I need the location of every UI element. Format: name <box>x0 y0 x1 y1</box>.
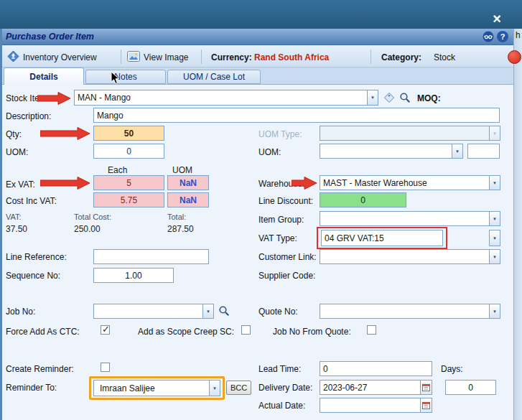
vat-value: 37.50 <box>6 224 27 234</box>
chevron-down-icon <box>367 90 378 105</box>
create-reminder-checkbox[interactable] <box>101 363 110 372</box>
reminder-to-select[interactable]: Imraan Salijee <box>93 380 220 396</box>
uom-right-select[interactable] <box>320 144 463 159</box>
tag-icon[interactable] <box>383 92 395 106</box>
uom-right-label: UOM: <box>258 147 281 157</box>
actual-date-field[interactable] <box>320 398 421 413</box>
vat-type-label: VAT Type: <box>258 233 297 243</box>
chevron-down-icon <box>209 381 220 396</box>
annotation-arrow-ex-vat <box>40 177 90 192</box>
delivery-date-label: Delivery Date: <box>258 383 312 393</box>
stock-item-select[interactable]: MAN - Mango <box>74 90 378 106</box>
red-badge <box>508 50 521 64</box>
chevron-down-icon <box>202 304 213 318</box>
days-label: Days: <box>441 364 463 374</box>
calendar-icon[interactable] <box>420 398 432 413</box>
quote-no-select[interactable] <box>320 304 500 319</box>
window-top-bar <box>0 0 522 29</box>
delivery-date-field[interactable]: 2023-06-27 <box>320 380 421 395</box>
chevron-down-icon <box>489 126 500 140</box>
dialog-left-border <box>0 29 2 420</box>
sequence-no-field[interactable]: 1.00 <box>93 268 174 283</box>
tab-notes[interactable]: Notes <box>85 70 166 84</box>
background-window-edge <box>513 29 522 420</box>
warehouse-label: Warehouse: <box>258 179 304 189</box>
job-no-from-quote-label: Job No From Quote: <box>273 327 351 337</box>
search-icon[interactable] <box>218 305 230 319</box>
currency-value: Rand South Africa <box>254 52 329 62</box>
line-discount-field[interactable]: 0 <box>320 192 406 207</box>
qty-field[interactable]: 50 <box>93 126 164 141</box>
search-icon[interactable] <box>399 92 411 106</box>
item-group-label: Item Group: <box>258 215 304 225</box>
chevron-down-icon <box>452 144 462 158</box>
uom-left-field[interactable]: 0 <box>93 144 164 159</box>
warehouse-value: MAST - Master Warehouse <box>323 178 427 188</box>
chevron-down-icon <box>489 304 500 318</box>
uom-small-field[interactable] <box>467 144 500 159</box>
stock-item-label: Stock Item: <box>6 93 49 103</box>
each-column-header: Each <box>108 165 127 175</box>
annotation-arrow-qty <box>40 127 90 143</box>
reminder-to-value: Imraan Salijee <box>100 383 155 393</box>
uom-column-header: UOM <box>172 165 192 175</box>
uom-type-select <box>320 126 500 141</box>
total-value: 287.50 <box>167 224 194 234</box>
inventory-overview-label: Inventory Overview <box>23 52 97 62</box>
help-button[interactable]: ? <box>497 31 508 42</box>
description-field[interactable]: Mango <box>93 108 500 123</box>
mouse-cursor <box>111 71 121 88</box>
lead-time-field[interactable]: 0 <box>320 361 432 376</box>
vat-type-field[interactable]: 04 GRV VAT:15 <box>321 230 443 246</box>
cost-inc-vat-each-field[interactable]: 5.75 <box>93 192 164 207</box>
vat-label: VAT: <box>6 212 22 222</box>
tab-uom-case-lot-label: UOM / Case Lot <box>183 72 245 82</box>
category-value: Stock <box>434 52 455 62</box>
image-icon <box>127 51 140 65</box>
tab-uom-case-lot[interactable]: UOM / Case Lot <box>167 70 261 84</box>
line-discount-label: Line Discount: <box>258 196 313 206</box>
line-reference-field[interactable] <box>93 249 209 264</box>
inventory-overview-button[interactable]: Inventory Overview <box>6 49 119 65</box>
item-group-select[interactable] <box>320 211 500 226</box>
create-reminder-label: Create Reminder: <box>6 364 74 374</box>
total-label: Total: <box>167 212 186 222</box>
currency-label: Currency: <box>211 52 252 62</box>
force-add-ctc-label: Force Add As CTC: <box>6 327 80 337</box>
dialog-title: Purchase Order Item <box>6 32 94 42</box>
customer-link-select[interactable] <box>320 249 500 264</box>
moq-label: MOQ: <box>417 93 441 103</box>
ex-vat-label: Ex VAT: <box>6 179 35 190</box>
toolbar-separator <box>201 50 202 64</box>
lead-time-label: Lead Time: <box>258 364 301 374</box>
close-button[interactable]: × <box>488 10 505 27</box>
bcc-button[interactable]: BCC <box>226 381 251 395</box>
warehouse-select[interactable]: MAST - Master Warehouse <box>320 175 500 190</box>
force-add-ctc-checkbox[interactable] <box>101 325 110 335</box>
description-label: Description: <box>6 111 51 121</box>
view-image-label: View Image <box>144 52 188 62</box>
toolbar-separator <box>370 50 371 64</box>
calendar-icon[interactable] <box>420 380 432 395</box>
customer-link-label: Customer Link: <box>258 252 317 262</box>
chevron-down-icon <box>489 250 500 263</box>
category-label: Category: <box>381 52 421 62</box>
job-no-select[interactable] <box>93 304 214 319</box>
view-image-button[interactable]: View Image <box>126 49 195 65</box>
chevron-down-icon <box>489 212 500 225</box>
ex-vat-uom-field[interactable]: NaN <box>167 175 209 190</box>
tab-details[interactable]: Details <box>4 67 84 85</box>
stock-item-value: MAN - Mango <box>78 93 131 103</box>
sequence-no-label: Sequence No: <box>6 271 60 281</box>
scope-creep-checkbox[interactable] <box>241 325 251 335</box>
inventory-icon <box>7 50 19 65</box>
vat-type-dropdown-button[interactable] <box>489 230 500 246</box>
cost-inc-vat-uom-field[interactable]: NaN <box>167 192 209 207</box>
days-field[interactable]: 0 <box>445 380 496 395</box>
quote-no-label: Quote No: <box>258 307 298 317</box>
ex-vat-each-field[interactable]: 5 <box>93 175 164 190</box>
glasses-icon[interactable] <box>483 31 494 42</box>
edge-text: h <box>516 30 521 40</box>
uom-type-label: UOM Type: <box>258 129 302 139</box>
job-no-from-quote-checkbox[interactable] <box>367 325 376 335</box>
